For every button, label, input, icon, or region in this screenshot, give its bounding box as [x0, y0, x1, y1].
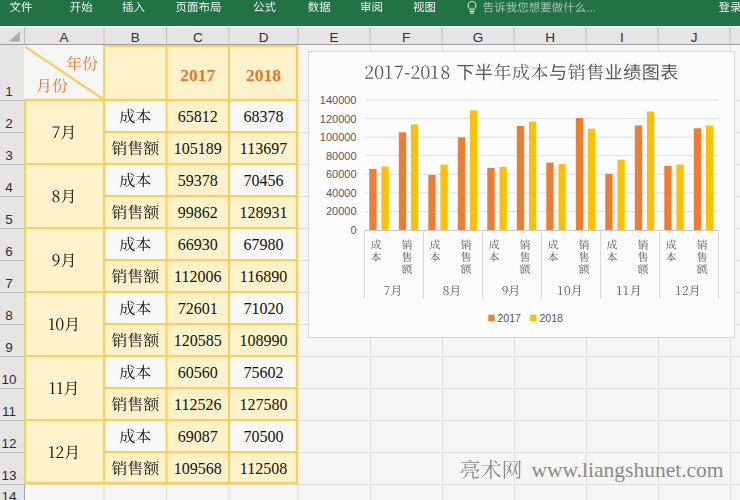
svg-text:40000: 40000 [326, 187, 357, 199]
svg-text:13: 13 [1, 468, 16, 483]
svg-text:100000: 100000 [320, 131, 357, 143]
svg-text:60000: 60000 [326, 168, 357, 180]
svg-text:2018: 2018 [540, 312, 564, 324]
svg-text:2018: 2018 [246, 65, 281, 85]
svg-text:108990: 108990 [240, 332, 288, 349]
svg-text:H: H [545, 30, 555, 45]
svg-text:5: 5 [5, 212, 13, 227]
svg-text:112526: 112526 [174, 396, 221, 413]
svg-text:72601: 72601 [178, 300, 218, 317]
svg-text:66930: 66930 [178, 236, 218, 253]
svg-text:75602: 75602 [244, 364, 284, 381]
svg-text:113697: 113697 [240, 140, 287, 157]
svg-text:99862: 99862 [178, 204, 218, 221]
svg-text:10: 10 [1, 372, 16, 387]
svg-text:0: 0 [350, 224, 356, 236]
svg-text:120585: 120585 [174, 332, 222, 349]
svg-text:69087: 69087 [178, 428, 218, 445]
svg-text:60560: 60560 [178, 364, 218, 381]
svg-text:112006: 112006 [174, 268, 221, 285]
svg-text:2017: 2017 [498, 312, 522, 324]
svg-text:128931: 128931 [240, 204, 288, 221]
svg-text:68378: 68378 [244, 108, 284, 125]
svg-text:109568: 109568 [174, 460, 222, 477]
svg-text:4: 4 [5, 180, 13, 195]
svg-text:112508: 112508 [240, 460, 287, 477]
svg-text:I: I [620, 30, 624, 45]
svg-text:2: 2 [5, 116, 13, 131]
svg-text:11: 11 [2, 404, 16, 419]
svg-text:G: G [473, 30, 484, 45]
svg-text:7: 7 [5, 276, 13, 291]
svg-text:2017: 2017 [180, 65, 215, 85]
svg-text:3: 3 [5, 148, 13, 163]
svg-text:1: 1 [5, 84, 13, 99]
svg-text:A: A [59, 30, 68, 45]
svg-text:J: J [691, 30, 698, 45]
svg-text:140000: 140000 [320, 94, 357, 106]
svg-text:F: F [402, 30, 410, 45]
svg-text:80000: 80000 [326, 150, 357, 162]
svg-text:71020: 71020 [244, 300, 284, 317]
svg-text:59378: 59378 [178, 172, 218, 189]
svg-text:www.liangshunet.com: www.liangshunet.com [532, 458, 724, 482]
svg-text:116890: 116890 [240, 268, 287, 285]
svg-text:67980: 67980 [244, 236, 284, 253]
svg-text:105189: 105189 [174, 140, 222, 157]
svg-text:14: 14 [1, 489, 17, 500]
svg-text:70500: 70500 [244, 428, 284, 445]
svg-text:E: E [329, 30, 338, 45]
svg-text:B: B [131, 30, 140, 45]
svg-text:6: 6 [5, 244, 13, 259]
svg-text:12: 12 [1, 436, 16, 451]
svg-text:8: 8 [5, 308, 13, 323]
svg-text:65812: 65812 [178, 108, 218, 125]
svg-text:9: 9 [5, 340, 13, 355]
svg-text:D: D [259, 30, 269, 45]
svg-text:C: C [193, 30, 203, 45]
svg-text:127580: 127580 [240, 396, 288, 413]
svg-text:120000: 120000 [320, 113, 357, 125]
svg-text:70456: 70456 [244, 172, 284, 189]
svg-text:20000: 20000 [326, 205, 357, 217]
